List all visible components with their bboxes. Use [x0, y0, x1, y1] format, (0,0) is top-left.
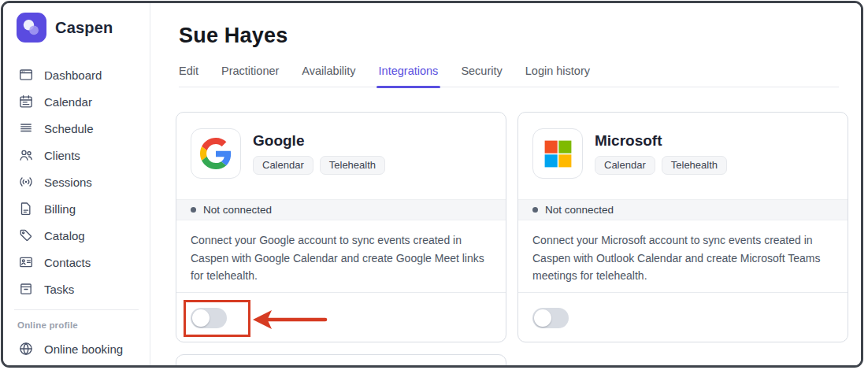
status-dot-icon: [532, 207, 538, 213]
catalog-icon: [17, 228, 34, 244]
integration-card-partial: [176, 354, 506, 368]
app-window: Caspen Dashboard Calendar Schedule Clien…: [1, 1, 863, 368]
sidebar-item-tasks[interactable]: Tasks: [3, 276, 150, 302]
integration-cards: Google Calendar Telehealth Not connected…: [176, 112, 848, 342]
tasks-icon: [17, 281, 34, 298]
tab-security[interactable]: Security: [461, 65, 502, 87]
tab-availability[interactable]: Availability: [302, 65, 355, 87]
dashboard-icon: [17, 67, 34, 83]
tab-integrations[interactable]: Integrations: [379, 65, 439, 87]
sidebar-item-contacts[interactable]: Contacts: [3, 249, 150, 276]
brand-name: Caspen: [55, 19, 113, 37]
contacts-icon: [17, 254, 34, 271]
google-connect-toggle[interactable]: [191, 308, 227, 328]
sidebar-item-online-booking[interactable]: Online booking: [3, 335, 150, 362]
tab-edit[interactable]: Edit: [179, 65, 198, 87]
sidebar-item-label: Calendar: [44, 95, 92, 109]
globe-icon: [17, 341, 34, 357]
annotation-arrow-icon: [252, 308, 328, 331]
billing-icon: [17, 201, 34, 217]
card-header: Microsoft Calendar Telehealth: [518, 113, 848, 179]
status-text: Not connected: [203, 204, 272, 216]
sidebar-item-label: Clients: [44, 149, 80, 162]
sidebar-item-schedule[interactable]: Schedule: [3, 115, 150, 142]
sidebar-item-catalog[interactable]: Catalog: [3, 222, 150, 249]
sidebar-item-label: Online booking: [44, 342, 123, 356]
card-header-text: Google Calendar Telehealth: [253, 128, 385, 179]
toggle-knob: [534, 309, 551, 327]
sidebar: Caspen Dashboard Calendar Schedule Clien…: [3, 3, 150, 365]
card-footer: [518, 292, 848, 342]
integration-description: Connect your Microsoft account to sync e…: [532, 231, 836, 285]
caspen-logo-icon: [17, 13, 46, 43]
integration-name: Microsoft: [595, 132, 727, 150]
card-footer: [176, 292, 506, 342]
status-row: Not connected: [176, 199, 506, 220]
card-header-text: Microsoft Calendar Telehealth: [595, 128, 727, 179]
calendar-icon: [17, 94, 34, 110]
tab-bar: Edit Practitioner Availability Integrati…: [179, 65, 839, 87]
sidebar-item-label: Sessions: [44, 176, 92, 189]
tab-practitioner[interactable]: Practitioner: [221, 65, 279, 87]
status-row: Not connected: [518, 199, 848, 220]
schedule-icon: [17, 120, 34, 137]
badge-telehealth: Telehealth: [662, 156, 727, 175]
sidebar-item-label: Contacts: [44, 256, 91, 269]
status-text: Not connected: [545, 204, 614, 216]
sidebar-item-label: Billing: [44, 202, 76, 216]
badge-telehealth: Telehealth: [320, 156, 385, 175]
badge-calendar: Calendar: [595, 156, 655, 175]
clients-icon: [17, 147, 34, 164]
badge-calendar: Calendar: [253, 156, 313, 175]
google-logo-icon: [191, 128, 241, 179]
microsoft-logo-icon: [532, 128, 583, 179]
sidebar-item-calendar[interactable]: Calendar: [3, 88, 150, 115]
integration-name: Google: [253, 132, 385, 150]
page-title: Sue Hayes: [179, 24, 861, 48]
sidebar-nav: Dashboard Calendar Schedule Clients Sess…: [3, 61, 150, 302]
sidebar-item-sessions[interactable]: Sessions: [3, 168, 150, 195]
sessions-icon: [17, 174, 34, 191]
sidebar-section-label: Online profile: [3, 310, 150, 330]
sidebar-nav-secondary: Online booking: [3, 335, 150, 362]
integration-description: Connect your Google account to sync even…: [191, 231, 494, 285]
sidebar-item-label: Dashboard: [44, 68, 102, 82]
sidebar-item-label: Catalog: [44, 229, 85, 242]
badge-row: Calendar Telehealth: [253, 156, 385, 175]
sidebar-item-billing[interactable]: Billing: [3, 195, 150, 222]
card-header: Google Calendar Telehealth: [176, 113, 506, 179]
sidebar-item-label: Tasks: [44, 283, 74, 296]
sidebar-item-label: Schedule: [44, 122, 94, 135]
toggle-knob: [192, 309, 210, 327]
integration-card-google: Google Calendar Telehealth Not connected…: [176, 112, 506, 342]
tab-login-history[interactable]: Login history: [525, 65, 590, 87]
sidebar-item-dashboard[interactable]: Dashboard: [3, 61, 150, 88]
sidebar-item-clients[interactable]: Clients: [3, 142, 150, 168]
status-dot-icon: [191, 207, 196, 213]
integration-card-microsoft: Microsoft Calendar Telehealth Not connec…: [517, 112, 848, 342]
microsoft-connect-toggle[interactable]: [532, 308, 569, 328]
badge-row: Calendar Telehealth: [595, 156, 727, 175]
brand-header[interactable]: Caspen: [3, 3, 150, 43]
main-content: Sue Hayes Edit Practitioner Availability…: [151, 3, 861, 365]
